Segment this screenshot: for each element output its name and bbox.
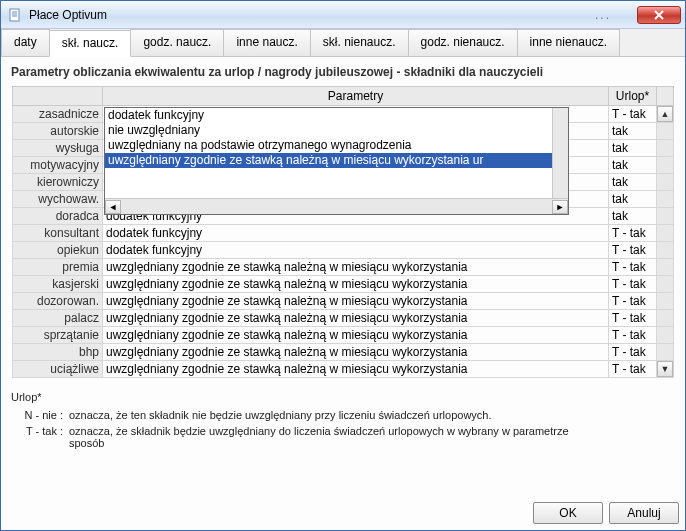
row-param-cell[interactable]: uwzględniany zgodnie ze stawką należną w…	[103, 259, 609, 276]
row-label: opiekun	[13, 242, 103, 259]
row-urlop-cell[interactable]: tak	[609, 208, 657, 225]
legend-row: T - tak :oznacza, że składnik będzie uwz…	[11, 425, 675, 449]
vscroll-track[interactable]	[657, 293, 674, 310]
row-urlop-cell[interactable]: T - tak	[609, 259, 657, 276]
row-label: motywacyjny	[13, 157, 103, 174]
row-label: konsultant	[13, 225, 103, 242]
vscroll-track[interactable]	[657, 191, 674, 208]
table-row: kasjerskiuwzględniany zgodnie ze stawką …	[13, 276, 674, 293]
table-row: sprzątanieuwzględniany zgodnie ze stawką…	[13, 327, 674, 344]
row-urlop-cell[interactable]: T - tak	[609, 293, 657, 310]
row-param-cell[interactable]: uwzględniany zgodnie ze stawką należną w…	[103, 361, 609, 378]
row-label: bhp	[13, 344, 103, 361]
row-urlop-cell[interactable]: tak	[609, 191, 657, 208]
tab-godz-nienaucz[interactable]: godz. nienaucz.	[408, 29, 518, 56]
scroll-left-icon[interactable]: ◄	[105, 200, 121, 214]
dropdown-option[interactable]: uwzględniany zgodnie ze stawką należną w…	[105, 153, 568, 168]
vscroll-track[interactable]	[657, 259, 674, 276]
col-header-param[interactable]: Parametry	[103, 87, 609, 106]
vscroll-track[interactable]	[657, 123, 674, 140]
vscroll-track[interactable]: ▲	[657, 106, 674, 123]
dropdown-option[interactable]: nie uwzględniany	[105, 123, 568, 138]
scroll-up-icon[interactable]: ▲	[657, 106, 673, 122]
content: Parametry obliczania ekwiwalentu za urlo…	[1, 57, 685, 498]
table-row: premiauwzględniany zgodnie ze stawką nal…	[13, 259, 674, 276]
window: Płace Optivum ... datyskł. naucz.godz. n…	[0, 0, 686, 531]
titlebar: Płace Optivum ...	[1, 1, 685, 29]
row-param-cell[interactable]: uwzględniany zgodnie ze stawką należną w…	[103, 310, 609, 327]
vscroll-track[interactable]	[657, 344, 674, 361]
row-urlop-cell[interactable]: T - tak	[609, 276, 657, 293]
row-label: zasadnicze	[13, 106, 103, 123]
ok-button[interactable]: OK	[533, 502, 603, 524]
vscroll-track[interactable]	[657, 208, 674, 225]
dropdown-option[interactable]: uwzględniany na podstawie otrzymanego wy…	[105, 138, 568, 153]
window-title: Płace Optivum	[29, 8, 573, 22]
button-bar: OK Anuluj	[1, 498, 685, 530]
row-param-cell[interactable]: uwzględniany zgodnie ze stawką należną w…	[103, 327, 609, 344]
dropdown-option[interactable]: dodatek funkcyjny	[105, 108, 568, 123]
document-icon	[7, 7, 23, 23]
scroll-right-icon[interactable]: ►	[552, 200, 568, 214]
row-param-cell[interactable]: uwzględniany zgodnie ze stawką należną w…	[103, 344, 609, 361]
col-header-label	[13, 87, 103, 106]
row-urlop-cell[interactable]: T - tak	[609, 106, 657, 123]
vscroll-track[interactable]	[657, 310, 674, 327]
row-urlop-cell[interactable]: tak	[609, 157, 657, 174]
row-param-cell[interactable]: dodatek funkcyjny	[103, 242, 609, 259]
tabs: datyskł. naucz.godz. naucz.inne naucz.sk…	[1, 29, 685, 57]
tab-godz-naucz[interactable]: godz. naucz.	[130, 29, 224, 56]
legend-value: oznacza, że ten składnik nie będzie uwzg…	[67, 409, 607, 421]
row-param-cell[interactable]: uwzględniany zgodnie ze stawką należną w…	[103, 276, 609, 293]
row-urlop-cell[interactable]: T - tak	[609, 361, 657, 378]
table-row: palaczuwzględniany zgodnie ze stawką nal…	[13, 310, 674, 327]
legend: Urlop* N - nie :oznacza, że ten składnik…	[11, 387, 675, 453]
tab-skl-nienaucz[interactable]: skł. nienaucz.	[310, 29, 409, 56]
table-row: uciążliweuwzględniany zgodnie ze stawką …	[13, 361, 674, 378]
close-button[interactable]	[637, 6, 681, 24]
row-urlop-cell[interactable]: tak	[609, 174, 657, 191]
row-urlop-cell[interactable]: T - tak	[609, 225, 657, 242]
vscroll-track[interactable]	[657, 140, 674, 157]
row-label: kierowniczy	[13, 174, 103, 191]
row-urlop-cell[interactable]: T - tak	[609, 242, 657, 259]
legend-row: N - nie :oznacza, że ten składnik nie bę…	[11, 409, 675, 421]
row-urlop-cell[interactable]: T - tak	[609, 310, 657, 327]
dropdown-hscroll[interactable]: ◄ ►	[105, 198, 568, 214]
row-label: dozorowan.	[13, 293, 103, 310]
scrollbar-header	[657, 87, 674, 106]
tab-inne-nienaucz[interactable]: inne nienaucz.	[517, 29, 620, 56]
vscroll-track[interactable]	[657, 225, 674, 242]
row-label: palacz	[13, 310, 103, 327]
dropdown-empty-space	[105, 168, 568, 198]
table-row: opiekundodatek funkcyjnyT - tak	[13, 242, 674, 259]
row-param-cell[interactable]: dodatek funkcyjny	[103, 225, 609, 242]
vscroll-track[interactable]: ▼	[657, 361, 674, 378]
row-param-cell[interactable]: uwzględniany zgodnie ze stawką należną w…	[103, 293, 609, 310]
tab-daty[interactable]: daty	[1, 29, 50, 56]
parameters-grid: Parametry Urlop* zasadniczeuwzględniany …	[11, 85, 675, 379]
row-label: autorskie	[13, 123, 103, 140]
vscroll-track[interactable]	[657, 327, 674, 344]
section-heading: Parametry obliczania ekwiwalentu za urlo…	[11, 65, 675, 79]
dropdown-vscroll[interactable]	[552, 108, 568, 198]
vscroll-track[interactable]	[657, 242, 674, 259]
col-header-urlop[interactable]: Urlop*	[609, 87, 657, 106]
row-label: uciążliwe	[13, 361, 103, 378]
row-label: wysługa	[13, 140, 103, 157]
param-dropdown[interactable]: dodatek funkcyjnynie uwzględnianyuwzględ…	[104, 107, 569, 215]
tab-inne-naucz[interactable]: inne naucz.	[223, 29, 310, 56]
vscroll-track[interactable]	[657, 157, 674, 174]
row-urlop-cell[interactable]: T - tak	[609, 327, 657, 344]
table-row: bhpuwzględniany zgodnie ze stawką należn…	[13, 344, 674, 361]
vscroll-track[interactable]	[657, 174, 674, 191]
cancel-button[interactable]: Anuluj	[609, 502, 679, 524]
tab-skl-naucz[interactable]: skł. naucz.	[49, 30, 132, 57]
vscroll-track[interactable]	[657, 276, 674, 293]
scroll-down-icon[interactable]: ▼	[657, 361, 673, 377]
row-urlop-cell[interactable]: tak	[609, 123, 657, 140]
row-urlop-cell[interactable]: T - tak	[609, 344, 657, 361]
row-urlop-cell[interactable]: tak	[609, 140, 657, 157]
table-row: dozorowan.uwzględniany zgodnie ze stawką…	[13, 293, 674, 310]
row-label: doradca	[13, 208, 103, 225]
